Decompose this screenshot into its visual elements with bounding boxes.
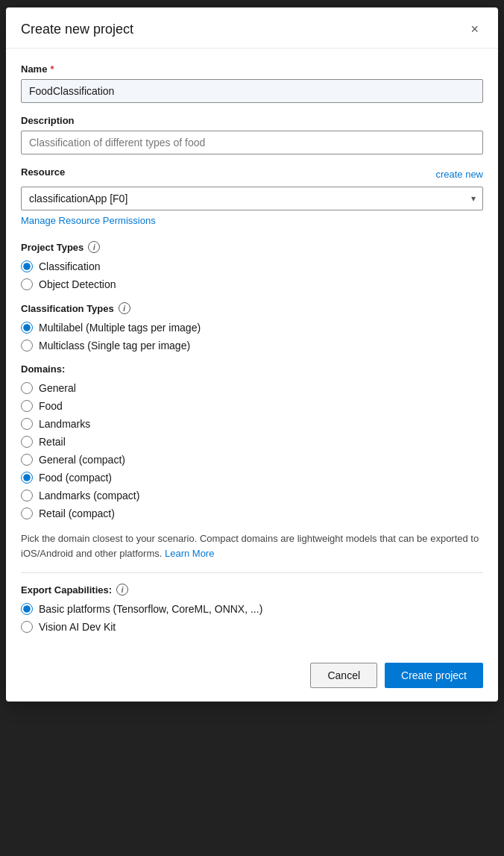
learn-more-link[interactable]: Learn More: [165, 548, 214, 559]
radio-multilabel-label: Multilabel (Multiple tags per image): [39, 322, 201, 334]
radio-item-general-compact[interactable]: General (compact): [21, 454, 483, 466]
radio-item-food[interactable]: Food: [21, 400, 483, 412]
description-input[interactable]: [21, 131, 483, 154]
resource-row: Resource create new: [21, 166, 483, 182]
radio-item-retail-compact[interactable]: Retail (compact): [21, 507, 483, 519]
export-capabilities-title: Export Capabilities: i: [21, 584, 483, 596]
radio-food-label: Food: [39, 400, 63, 412]
radio-item-multiclass[interactable]: Multiclass (Single tag per image): [21, 340, 483, 352]
radio-item-classification[interactable]: Classification: [21, 260, 483, 272]
project-types-radio-group: Classification Object Detection: [21, 260, 483, 290]
radio-vision-ai[interactable]: [21, 621, 33, 633]
classification-types-info-icon[interactable]: i: [119, 302, 130, 314]
radio-retail[interactable]: [21, 436, 33, 448]
radio-retail-compact-label: Retail (compact): [39, 507, 115, 519]
export-capabilities-info-icon[interactable]: i: [116, 584, 128, 596]
radio-landmarks-compact[interactable]: [21, 490, 33, 502]
create-project-dialog: Create new project × Name* Description R…: [6, 7, 498, 702]
radio-item-landmarks-compact[interactable]: Landmarks (compact): [21, 490, 483, 502]
name-field-group: Name*: [21, 63, 483, 103]
export-capabilities-radio-group: Basic platforms (Tensorflow, CoreML, ONN…: [21, 603, 483, 633]
domains-title: Domains:: [21, 363, 483, 375]
radio-multiclass[interactable]: [21, 340, 33, 352]
resource-select[interactable]: classificationApp [F0]: [21, 187, 483, 210]
radio-landmarks-compact-label: Landmarks (compact): [39, 490, 139, 502]
radio-landmarks[interactable]: [21, 418, 33, 430]
radio-general[interactable]: [21, 382, 33, 394]
radio-landmarks-label: Landmarks: [39, 418, 90, 430]
domain-hint-text: Pick the domain closest to your scenario…: [21, 531, 483, 560]
radio-basic-platforms-label: Basic platforms (Tensorflow, CoreML, ONN…: [39, 603, 262, 615]
radio-retail-compact[interactable]: [21, 507, 33, 519]
radio-object-detection-label: Object Detection: [39, 278, 116, 290]
dialog-body: Name* Description Resource create new cl…: [6, 49, 498, 652]
description-field-group: Description: [21, 115, 483, 154]
radio-basic-platforms[interactable]: [21, 603, 33, 615]
classification-types-radio-group: Multilabel (Multiple tags per image) Mul…: [21, 322, 483, 352]
radio-item-general[interactable]: General: [21, 382, 483, 394]
manage-permissions-link[interactable]: Manage Resource Permissions: [21, 215, 156, 226]
radio-object-detection[interactable]: [21, 278, 33, 290]
radio-item-retail[interactable]: Retail: [21, 436, 483, 448]
radio-general-compact[interactable]: [21, 454, 33, 466]
create-project-button[interactable]: Create project: [385, 663, 483, 688]
radio-general-compact-label: General (compact): [39, 454, 125, 466]
radio-item-food-compact[interactable]: Food (compact): [21, 472, 483, 484]
project-types-title: Project Types i: [21, 241, 483, 253]
radio-classification-label: Classification: [39, 260, 100, 272]
radio-item-object-detection[interactable]: Object Detection: [21, 278, 483, 290]
name-input[interactable]: [21, 79, 483, 103]
resource-select-wrapper: classificationApp [F0] ▾: [21, 187, 483, 210]
dialog-title: Create new project: [21, 22, 133, 37]
radio-item-vision-ai[interactable]: Vision AI Dev Kit: [21, 621, 483, 633]
radio-item-basic-platforms[interactable]: Basic platforms (Tensorflow, CoreML, ONN…: [21, 603, 483, 615]
resource-label: Resource: [21, 166, 65, 178]
radio-food[interactable]: [21, 400, 33, 412]
radio-item-multilabel[interactable]: Multilabel (Multiple tags per image): [21, 322, 483, 334]
project-types-info-icon[interactable]: i: [88, 241, 100, 253]
required-star: *: [50, 63, 54, 75]
radio-food-compact[interactable]: [21, 472, 33, 484]
radio-retail-label: Retail: [39, 436, 66, 448]
name-label: Name*: [21, 63, 483, 75]
radio-vision-ai-label: Vision AI Dev Kit: [39, 621, 116, 633]
classification-types-group: Classification Types i Multilabel (Multi…: [21, 302, 483, 352]
radio-food-compact-label: Food (compact): [39, 472, 112, 484]
cancel-button[interactable]: Cancel: [310, 663, 377, 688]
divider: [21, 572, 483, 573]
domains-radio-group: General Food Landmarks Retail General (c…: [21, 382, 483, 519]
dialog-footer: Cancel Create project: [6, 652, 498, 702]
classification-types-title: Classification Types i: [21, 302, 483, 314]
project-types-group: Project Types i Classification Object De…: [21, 241, 483, 290]
description-label: Description: [21, 115, 483, 126]
radio-classification[interactable]: [21, 260, 33, 272]
dialog-header: Create new project ×: [6, 7, 498, 49]
radio-multiclass-label: Multiclass (Single tag per image): [39, 340, 190, 352]
domains-group: Domains: General Food Landmarks Retail: [21, 363, 483, 560]
close-button[interactable]: ×: [466, 21, 483, 37]
export-capabilities-group: Export Capabilities: i Basic platforms (…: [21, 584, 483, 633]
resource-field-group: Resource create new classificationApp [F…: [21, 166, 483, 229]
radio-item-landmarks[interactable]: Landmarks: [21, 418, 483, 430]
radio-multilabel[interactable]: [21, 322, 33, 334]
create-new-link[interactable]: create new: [435, 169, 483, 180]
radio-general-label: General: [39, 382, 76, 394]
